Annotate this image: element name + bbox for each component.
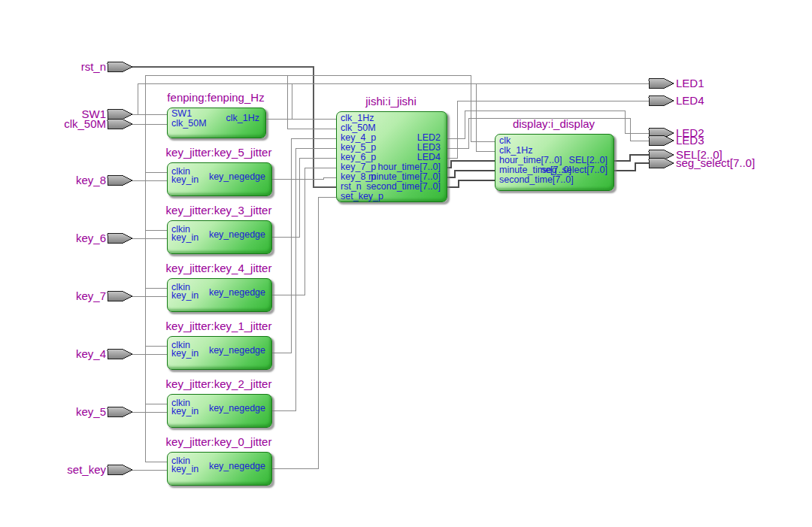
- block-title-key_4_jitter: key_jitter:key_4_jitter: [166, 262, 272, 274]
- block-title-jishi: jishi:i_jishi: [365, 95, 417, 108]
- input-pin-label-key_4: key_4: [76, 347, 106, 360]
- wire-hour-bus: [446, 161, 495, 168]
- port-key_5_jitter-out-0: key_negedge: [167, 172, 265, 182]
- port-key_4_jitter-out-0: key_negedge: [167, 288, 265, 298]
- input-pin-SW1[interactable]: [108, 110, 132, 120]
- input-pin-key_5[interactable]: [108, 407, 132, 417]
- wire-key8-net: [271, 177, 336, 179]
- input-pin-key_8[interactable]: [108, 176, 132, 186]
- schematic-canvas: rst_nSW1clk_50Mkey_8key_6key_7key_4key_5…: [0, 0, 812, 527]
- input-pin-key_4[interactable]: [108, 350, 132, 359]
- block-title-key_5_jitter: key_jitter:key_5_jitter: [166, 146, 272, 159]
- input-pin-label-set_key: set_key: [67, 463, 106, 476]
- port-key_1_jitter-out-0: key_negedge: [167, 346, 265, 356]
- output-pin-LED3[interactable]: [649, 136, 674, 146]
- output-pin-label-LED1: LED1: [676, 77, 704, 89]
- input-pin-label-clk_50M: clk_50M: [64, 117, 106, 130]
- wire-minute-bus: [446, 171, 495, 177]
- output-pin-LED4[interactable]: [649, 96, 674, 106]
- wire-setkey-net: [271, 197, 336, 468]
- output-pin-LED1[interactable]: [649, 79, 674, 89]
- input-pin-label-key_6: key_6: [76, 232, 106, 244]
- port-jishi-out-5: second_time[7..0]: [336, 182, 441, 192]
- block-title-display: display:i_display: [513, 117, 595, 130]
- input-pin-label-key_8: key_8: [76, 174, 106, 186]
- block-title-fenping: fenping:fenping_Hz: [167, 91, 264, 104]
- port-key_2_jitter-out-0: key_negedge: [167, 404, 265, 413]
- output-pin-label-seg_select: seg_select[7..0]: [676, 156, 755, 169]
- wire-key4-net: [271, 138, 336, 353]
- wire-second-bus: [446, 180, 495, 187]
- input-pin-label-key_5: key_5: [76, 405, 106, 418]
- output-pin-seg_select[interactable]: [649, 159, 674, 168]
- wire-sel-bus: [613, 155, 649, 161]
- wire-seg-select-bus: [613, 163, 649, 171]
- block-title-key_3_jitter: key_jitter:key_3_jitter: [166, 204, 272, 217]
- port-display-in-4: second_time[7..0]: [499, 175, 574, 185]
- output-pin-label-LED3: LED3: [676, 134, 704, 147]
- input-pin-key_6[interactable]: [108, 234, 132, 244]
- port-key_3_jitter-out-0: key_negedge: [167, 230, 265, 240]
- block-title-key_0_jitter: key_jitter:key_0_jitter: [166, 435, 272, 448]
- output-pin-label-LED4: LED4: [676, 94, 704, 107]
- input-pin-key_7[interactable]: [108, 292, 132, 301]
- port-key_0_jitter-out-0: key_negedge: [167, 462, 265, 471]
- input-pin-rst_n[interactable]: [108, 62, 132, 72]
- block-title-key_2_jitter: key_jitter:key_2_jitter: [166, 377, 272, 390]
- input-pin-label-key_7: key_7: [76, 289, 106, 302]
- port-jishi-in-8: set_key_p: [341, 192, 383, 201]
- block-title-key_1_jitter: key_jitter:key_1_jitter: [166, 320, 272, 332]
- input-pin-label-rst_n: rst_n: [81, 60, 106, 73]
- port-display-out-1: seg_select[7..0]: [495, 165, 607, 175]
- input-pin-clk_50M[interactable]: [108, 120, 132, 129]
- port-fenping-out-0: clk_1Hz: [167, 114, 259, 123]
- input-pin-set_key[interactable]: [108, 465, 132, 475]
